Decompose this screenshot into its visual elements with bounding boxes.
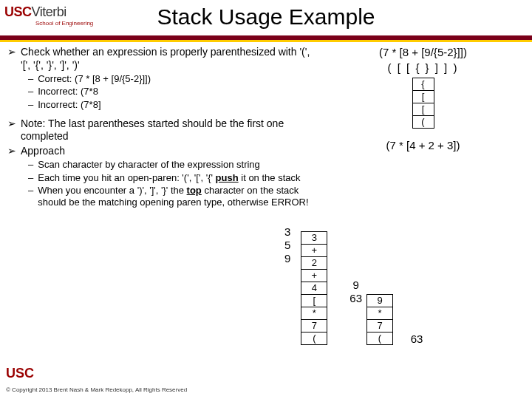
cell: ( (301, 332, 327, 345)
dash-icon: – (28, 86, 33, 98)
bullet-check: ➢ Check whether an expression is properl… (7, 46, 310, 72)
expression-2: (7 * [4 + 2 + 3]) (318, 139, 528, 151)
expression-1: (7 * [8 + [9/{5-2}]]) (318, 46, 528, 58)
dash-icon: – (28, 172, 33, 184)
cell: + (301, 244, 327, 257)
stack-small: { [ [ ( (412, 78, 434, 129)
cell: 3 (301, 231, 327, 245)
cell: + (301, 269, 327, 282)
dash-icon: – (28, 99, 33, 111)
symbols-row: ( [ [ { } ] ] ) (318, 61, 528, 74)
cell: 4 (301, 282, 327, 295)
gold-bar (0, 40, 532, 42)
sub-incorrect1: –Incorrect: (7*8 (28, 86, 310, 98)
approach-scan: –Scan character by character of the expr… (28, 159, 310, 171)
arrow-icon: ➢ (7, 145, 16, 158)
plain-num: 9 (353, 279, 359, 291)
stack-cell: [ (412, 103, 434, 116)
copyright: © Copyright 2013 Brent Nash & Mark Redek… (6, 386, 187, 393)
cell: 7 (366, 319, 393, 332)
sub-correct: –Correct: (7 * [8 + [9/{5-2}]]) (28, 73, 310, 85)
cell: [ (301, 294, 327, 307)
right-area: (7 * [8 + [9/{5-2}]]) ( [ [ { } ] ] ) { … (318, 46, 528, 151)
stack-col-1: 3 + 2 + 4 [ * 7 ( (301, 232, 327, 345)
cell: 2 (301, 256, 327, 270)
bullet-note: ➢ Note: The last parentheses started sho… (7, 117, 310, 143)
cell: * (366, 307, 393, 320)
arrow-icon: ➢ (7, 117, 16, 143)
tables-row: 3 5 9 3 + 2 + 4 [ * 7 ( 9 63 9 * 7 ( 63 (284, 225, 430, 345)
approach-top: –When you encounter a ')', ']', '}' the … (28, 185, 310, 209)
content-area: ➢ Check whether an expression is properl… (7, 46, 310, 209)
dash-icon: – (28, 73, 33, 85)
dash-icon: – (28, 159, 33, 171)
cell: ( (366, 332, 393, 345)
stack-cell: [ (412, 90, 434, 103)
footer-logo: USC (6, 366, 34, 381)
left-numbers: 3 5 9 (284, 225, 290, 345)
bullet-approach: ➢ Approach (7, 145, 310, 158)
plain-num: 5 (284, 239, 290, 251)
stack-cell: { (412, 78, 434, 91)
cell: 9 (366, 294, 393, 307)
cell: * (301, 307, 327, 320)
plain-num: 3 (284, 225, 290, 238)
stack-col-2: 9 * 7 ( (366, 295, 393, 345)
stack-cell: ( (412, 115, 434, 129)
mid-numbers: 9 63 (349, 279, 362, 345)
bullet-text: Note: The last parentheses started shoul… (21, 117, 310, 143)
bullet-text: Approach (21, 145, 65, 158)
dash-icon: – (28, 185, 33, 209)
sub-incorrect2: –Incorrect: (7*8] (28, 99, 310, 111)
bullet-text: Check whether an expression is properly … (21, 46, 310, 72)
slide-title: Stack Usage Example (0, 4, 532, 30)
cell: 7 (301, 319, 327, 332)
arrow-icon: ➢ (7, 46, 16, 72)
plain-num: 9 (284, 252, 290, 265)
result-num: 63 (403, 332, 430, 345)
approach-push: –Each time you hit an open-paren: '(', '… (28, 172, 310, 184)
plain-num: 63 (349, 292, 362, 304)
